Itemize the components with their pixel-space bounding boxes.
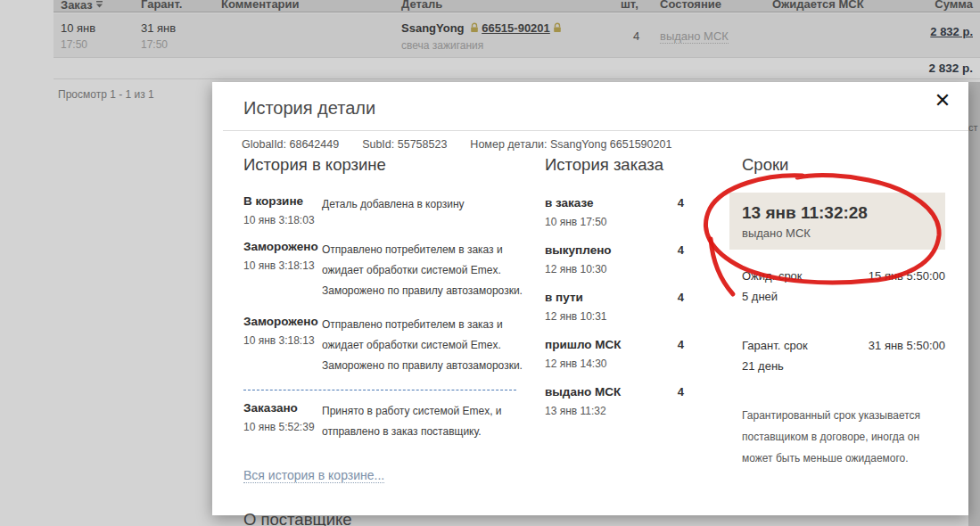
order-history-entry: в пути4 12 янв 10:31: [545, 291, 684, 323]
part-cell: SsangYong 66515-90201 свеча зажигания: [401, 21, 564, 52]
order-entry-qty: 4: [678, 291, 684, 304]
basket-entry: Заказано 10 янв 5:52:39 Принято в работу…: [243, 401, 527, 442]
order-table-row: 10 янв 17:50 31 янв 17:50 SsangYong 6651…: [54, 13, 980, 58]
guarantee-time: 17:50: [141, 38, 176, 51]
column-header-qty: шт,: [621, 0, 638, 11]
part-history-modal: История детали ✕ GlobalId: 68642449 SubI…: [212, 82, 968, 515]
terms-column: Сроки 13 янв 11:32:28 выдано МСК Ожид. с…: [729, 155, 945, 469]
order-entry-date: 13 янв 11:32: [545, 405, 684, 417]
basket-entry: Заморожено 10 янв 3:18:13 Отправлено пот…: [243, 315, 527, 376]
dashed-separator: [243, 390, 516, 390]
current-status-datetime: 13 янв 11:32:28: [742, 203, 933, 223]
order-entry-qty: 4: [678, 385, 684, 399]
basket-entry-desc: Отправлено потребителем в заказ и ожидае…: [322, 240, 527, 301]
sort-icon: [95, 0, 103, 11]
basket-entry-label: Заморожено: [243, 240, 322, 253]
modal-meta-row: GlobalId: 68642449 SubId: 55758523 Номер…: [242, 138, 671, 151]
part-brand: SsangYong: [401, 21, 465, 35]
basket-entry-label: Заказано: [243, 401, 322, 415]
basket-entry: В корзине 10 янв 3:18:03 Деталь добавлен…: [243, 194, 527, 226]
order-entry-qty: 4: [678, 196, 684, 210]
order-history-entry: выкуплено4 12 янв 10:30: [545, 243, 684, 275]
expected-term-value: 15 янв 5:50:00: [869, 269, 945, 283]
column-header-expected-msk: Ожидается МСК: [772, 0, 864, 11]
guaranteed-term-days: 21 день: [729, 359, 945, 373]
state-link[interactable]: выдано МСК: [660, 29, 729, 44]
orders-table-header: Заказ Гарант. Комментарии Деталь шт, Сос…: [54, 0, 980, 12]
guarantee-date: 31 янв: [141, 21, 176, 35]
basket-entry-desc: Отправлено потребителем в заказ и ожидае…: [322, 315, 527, 376]
clipped-right-text: ст: [968, 122, 978, 133]
part-number-link[interactable]: 66515-90201: [482, 21, 550, 35]
order-history-entry: в заказе4 10 янв 17:50: [545, 196, 684, 228]
order-entry-date: 12 янв 14:30: [545, 358, 684, 370]
modal-divider: [223, 130, 968, 131]
order-date: 10 янв: [61, 21, 95, 35]
full-basket-history-link[interactable]: Вся история в корзине...: [243, 468, 384, 483]
column-header-comments: Комментарии: [221, 0, 300, 11]
modal-title: История детали: [243, 98, 375, 119]
guaranteed-term-value: 31 янв 5:50:00: [869, 339, 945, 352]
table-total-sum: 2 832 р.: [928, 62, 973, 75]
order-entry-label: в пути: [545, 291, 583, 304]
order-history-entry: пришло МСК4 12 янв 14:30: [545, 338, 684, 370]
order-entry-qty: 4: [678, 338, 684, 351]
column-header-state: Состояние: [660, 0, 721, 11]
order-history-title: История заказа: [545, 155, 684, 175]
column-header-order[interactable]: Заказ: [61, 0, 103, 12]
order-entry-label: выдано МСК: [545, 385, 621, 399]
basket-entry-date: 10 янв 5:52:39: [243, 421, 322, 433]
basket-entry-date: 10 янв 3:18:03: [243, 214, 322, 226]
basket-entry-date: 10 янв 3:18:13: [243, 259, 322, 272]
order-entry-date: 12 янв 10:30: [545, 263, 684, 275]
expected-term-days: 5 дней: [729, 290, 945, 303]
order-entry-label: выкуплено: [545, 243, 612, 257]
pager-text: Просмотр 1 - 1 из 1: [58, 88, 154, 101]
clipped-right-column: ст: [968, 82, 980, 526]
order-entry-date: 12 янв 10:31: [545, 310, 684, 323]
current-status-box: 13 янв 11:32:28 выдано МСК: [729, 193, 945, 250]
sub-id: SubId: 55758523: [362, 138, 447, 151]
order-entry-label: в заказе: [545, 196, 594, 210]
basket-history-column: История в корзине В корзине 10 янв 3:18:…: [243, 155, 527, 526]
close-icon[interactable]: ✕: [929, 87, 956, 114]
column-header-sum: Сумма: [935, 0, 973, 11]
column-header-guarantee[interactable]: Гарант.: [141, 0, 182, 11]
column-header-order-label: Заказ: [61, 0, 93, 12]
basket-entry-date: 10 янв 3:18:13: [243, 334, 322, 347]
qty-cell: 4: [633, 29, 639, 43]
lock-icon: [553, 22, 562, 36]
lock-icon: [470, 22, 479, 36]
order-entry-qty: 4: [678, 243, 684, 257]
order-entry-date: 10 янв 17:50: [545, 216, 684, 228]
terms-note: Гарантированный срок указывается поставщ…: [742, 405, 945, 469]
basket-entry-desc: Деталь добавлена в корзину: [322, 194, 527, 226]
basket-entry-label: Заморожено: [243, 315, 322, 328]
guaranteed-term-row: Гарант. срок 31 янв 5:50:00: [742, 339, 945, 352]
basket-entry-label: В корзине: [243, 194, 322, 208]
guarantee-date-cell: 31 янв 17:50: [141, 21, 176, 51]
order-history-column: История заказа в заказе4 10 янв 17:50 вы…: [545, 155, 684, 432]
basket-history-title: История в корзине: [243, 155, 527, 175]
order-history-entry: выдано МСК4 13 янв 11:32: [545, 385, 684, 417]
table-separator: [54, 78, 980, 79]
supplier-title: О поставщике: [243, 510, 527, 526]
order-date-cell: 10 янв 17:50: [61, 21, 95, 51]
order-entry-label: пришло МСК: [545, 338, 622, 351]
current-status-label: выдано МСК: [742, 226, 933, 240]
sum-link[interactable]: 2 832 р.: [930, 25, 973, 38]
global-id: GlobalId: 68642449: [242, 138, 339, 151]
terms-title: Сроки: [742, 155, 945, 175]
part-name: свеча зажигания: [401, 39, 564, 52]
expected-term-label: Ожид. срок: [742, 269, 803, 283]
column-header-part: Деталь: [401, 0, 442, 11]
basket-entry: Заморожено 10 янв 3:18:13 Отправлено пот…: [243, 240, 527, 301]
expected-term-row: Ожид. срок 15 янв 5:50:00: [742, 269, 945, 283]
order-time: 17:50: [61, 38, 95, 51]
basket-entry-desc: Принято в работу системой Emex, и отправ…: [322, 401, 527, 442]
modal-part-number: Номер детали: SsangYong 6651590201: [470, 138, 671, 151]
guaranteed-term-label: Гарант. срок: [742, 339, 808, 352]
